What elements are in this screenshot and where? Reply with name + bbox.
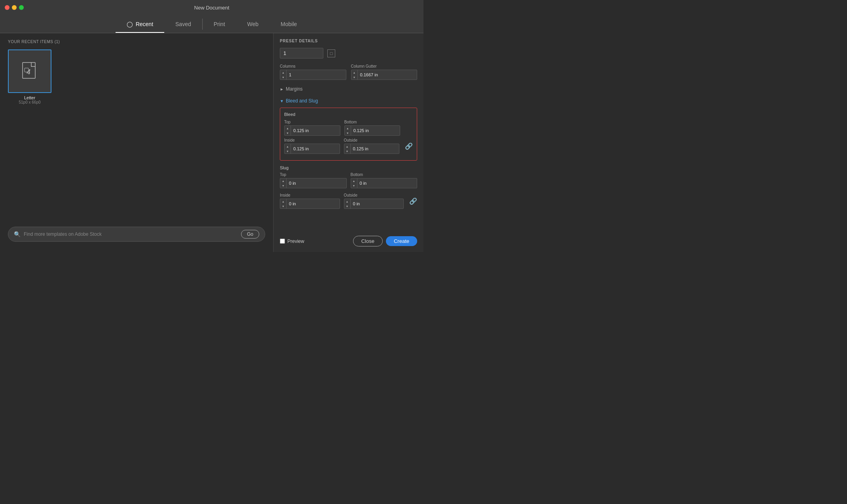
slug-unlink-icon[interactable]: 🔗 [409, 197, 417, 205]
slug-unlink-container: 🔗 [408, 193, 417, 209]
tab-print-label: Print [214, 21, 225, 27]
bleed-link-container: Top [404, 120, 413, 136]
bleed-inside-up[interactable]: ▲ [285, 144, 291, 149]
columns-row: Columns ▲ ▼ 1 Column Gutter ▲ ▼ 0.1667 [280, 64, 417, 80]
columns-label: Columns [280, 64, 346, 68]
slug-inside-arrows: ▲ ▼ [280, 199, 287, 208]
search-icon: 🔍 [14, 231, 21, 237]
column-gutter-arrows: ▲ ▼ [351, 70, 358, 80]
tab-mobile-label: Mobile [281, 21, 297, 27]
slug-top-spinner: ▲ ▼ 0 in [280, 178, 347, 188]
clock-icon: ◯ [127, 21, 133, 27]
save-preset-icon[interactable]: □ [327, 49, 335, 57]
bleed-top-value[interactable]: 0.125 in [291, 128, 340, 133]
slug-inside-outside-row: Inside ▲ ▼ 0 in Outside ▲ ▼ 0 in [280, 193, 417, 209]
tab-web-label: Web [247, 21, 259, 27]
bleed-inside-label: Inside [284, 138, 340, 142]
slug-bottom-up[interactable]: ▲ [351, 178, 357, 183]
column-gutter-down[interactable]: ▼ [351, 75, 357, 80]
recent-item-letter[interactable]: 4 Letter 51p0 x 66p0 [8, 49, 51, 104]
window-title: New Document [194, 5, 230, 11]
bleed-bottom-up[interactable]: ▲ [345, 126, 351, 131]
preset-name-row: □ [280, 48, 417, 59]
close-traffic-light[interactable] [5, 5, 9, 10]
slug-bottom-down[interactable]: ▼ [351, 183, 357, 188]
bleed-bottom-spinner: ▲ ▼ 0.125 in [344, 125, 401, 136]
bleed-top-label: Top [284, 120, 340, 124]
search-input[interactable] [24, 231, 238, 237]
slug-inside-up[interactable]: ▲ [280, 199, 286, 204]
bleed-bottom-value[interactable]: 0.125 in [351, 128, 400, 133]
maximize-traffic-light[interactable] [19, 5, 24, 10]
bleed-top-down[interactable]: ▼ [285, 131, 291, 135]
bleed-outside-group: Outside ▲ ▼ 0.125 in [344, 138, 400, 154]
slug-outside-arrows: ▲ ▼ [344, 199, 351, 208]
preview-check-row: Preview [280, 239, 304, 244]
bleed-inside-group: Inside ▲ ▼ 0.125 in [284, 138, 340, 154]
slug-top-value[interactable]: 0 in [287, 181, 346, 186]
margins-header[interactable]: ► Margins [280, 85, 417, 93]
tab-saved-label: Saved [175, 21, 191, 27]
slug-bottom-arrows: ▲ ▼ [351, 178, 357, 188]
column-gutter-up[interactable]: ▲ [351, 70, 357, 75]
slug-top-label: Top [280, 172, 347, 177]
traffic-lights [5, 5, 24, 10]
columns-arrows: ▲ ▼ [280, 70, 287, 80]
right-panel: PRESET DETAILS □ Columns ▲ ▼ 1 Column Gu… [273, 33, 424, 252]
column-gutter-value[interactable]: 0.1667 in [358, 72, 417, 77]
columns-spinner: ▲ ▼ 1 [280, 70, 346, 80]
slug-outside-value[interactable]: 0 in [351, 201, 404, 206]
recent-items-grid: 4 Letter 51p0 x 66p0 [8, 49, 265, 104]
bleed-top-arrows: ▲ ▼ [285, 126, 291, 135]
bleed-inside-down[interactable]: ▼ [285, 149, 291, 153]
bleed-link-icon[interactable]: 🔗 [405, 142, 413, 150]
tab-mobile[interactable]: Mobile [270, 15, 308, 33]
recent-section-title: YOUR RECENT ITEMS (1) [8, 40, 265, 44]
slug-outside-up[interactable]: ▲ [344, 199, 350, 204]
bleed-bottom-down[interactable]: ▼ [345, 131, 351, 135]
tab-print[interactable]: Print [203, 15, 236, 33]
recent-item-thumb: 4 [8, 49, 51, 93]
slug-inside-down[interactable]: ▼ [280, 204, 286, 208]
slug-title: Slug [280, 165, 417, 170]
slug-bottom-value[interactable]: 0 in [357, 181, 417, 186]
slug-inside-spinner: ▲ ▼ 0 in [280, 199, 340, 209]
titlebar: New Document [0, 0, 424, 15]
left-panel: YOUR RECENT ITEMS (1) 4 Letter 51p0 x 66… [0, 33, 273, 252]
bleed-outside-label: Outside [344, 138, 400, 142]
bleed-outside-arrows: ▲ ▼ [344, 144, 351, 153]
slug-top-down[interactable]: ▼ [280, 183, 286, 188]
go-button[interactable]: Go [241, 230, 259, 239]
search-bar-container: 🔍 Go [8, 223, 265, 246]
margins-label: Margins [286, 86, 303, 92]
tab-web[interactable]: Web [236, 15, 270, 33]
create-button[interactable]: Create [386, 236, 417, 246]
tab-recent[interactable]: ◯ Recent [116, 15, 164, 33]
preset-name-input[interactable] [280, 48, 323, 59]
bleed-outside-down[interactable]: ▼ [344, 149, 350, 153]
bleed-outside-value[interactable]: 0.125 in [351, 146, 399, 151]
slug-inside-value[interactable]: 0 in [287, 201, 340, 206]
bleed-top-group: Top ▲ ▼ 0.125 in [284, 120, 340, 136]
bottom-row: Preview Close Create [280, 232, 417, 246]
columns-down[interactable]: ▼ [280, 75, 286, 80]
tabbar: ◯ Recent Saved Print Web Mobile [0, 15, 424, 33]
bleed-outside-up[interactable]: ▲ [344, 144, 350, 149]
tab-recent-label: Recent [136, 21, 153, 27]
bleed-inside-outside-row: Inside ▲ ▼ 0.125 in Outside ▲ ▼ [284, 138, 413, 154]
columns-value[interactable]: 1 [287, 72, 346, 77]
bleed-section-box: Bleed Top ▲ ▼ 0.125 in Bottom [280, 108, 417, 161]
preview-checkbox[interactable] [280, 239, 285, 244]
close-button[interactable]: Close [353, 236, 383, 246]
bleed-top-up[interactable]: ▲ [285, 126, 291, 131]
bleed-inside-value[interactable]: 0.125 in [291, 146, 340, 151]
slug-outside-down[interactable]: ▼ [344, 204, 350, 208]
bleed-slug-label: Bleed and Slug [286, 98, 318, 104]
letter-document-icon: 4 [19, 61, 40, 81]
slug-top-up[interactable]: ▲ [280, 178, 286, 183]
minimize-traffic-light[interactable] [12, 5, 17, 10]
columns-up[interactable]: ▲ [280, 70, 286, 75]
main-layout: YOUR RECENT ITEMS (1) 4 Letter 51p0 x 66… [0, 33, 424, 252]
tab-saved[interactable]: Saved [164, 15, 202, 33]
bleed-slug-header[interactable]: ▼ Bleed and Slug [280, 97, 417, 104]
